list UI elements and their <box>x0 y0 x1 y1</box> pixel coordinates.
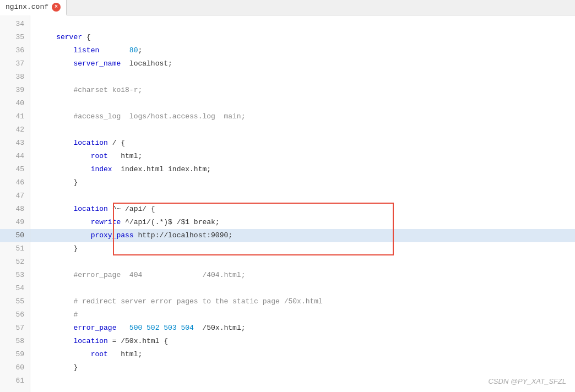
line-number: 54 <box>0 282 30 295</box>
tab-filename: nginx.conf <box>6 3 48 11</box>
code-line: listen 80; <box>30 44 575 57</box>
code-line: index index.html index.htm; <box>30 163 575 176</box>
line-number: 60 <box>0 361 30 374</box>
line-number: 48 <box>0 203 30 216</box>
line-number: 38 <box>0 70 30 84</box>
code-line: location ^~ /api/ { <box>30 203 575 216</box>
line-number: 40 <box>0 97 30 110</box>
code-line <box>30 123 575 137</box>
line-number: 49 <box>0 216 30 229</box>
line-number: 55 <box>0 295 30 308</box>
line-number: 43 <box>0 137 30 150</box>
code-line <box>30 282 575 295</box>
code-line <box>30 18 575 31</box>
code-line: } <box>30 361 575 374</box>
line-number: 59 <box>0 348 30 361</box>
line-numbers: 3435363738394041424344454647484950515253… <box>0 15 30 392</box>
line-number: 52 <box>0 255 30 269</box>
tab-close-button[interactable]: × <box>52 3 61 12</box>
code-line: root html; <box>30 150 575 163</box>
line-number: 50 <box>0 229 30 242</box>
code-line: # redirect server error pages to the sta… <box>30 295 575 308</box>
code-line <box>30 97 575 110</box>
code-line: rewrite ^/api/(.*)$ /$1 break; <box>30 216 575 229</box>
code-line <box>30 189 575 203</box>
tab-nginx-conf[interactable]: nginx.conf × <box>0 0 67 15</box>
line-number: 36 <box>0 44 30 57</box>
line-number: 58 <box>0 335 30 348</box>
line-number: 41 <box>0 110 30 123</box>
line-number: 57 <box>0 322 30 335</box>
code-line <box>30 255 575 269</box>
code-line: } <box>30 242 575 255</box>
line-number: 51 <box>0 242 30 255</box>
code-line: error_page 500 502 503 504 /50x.html; <box>30 322 575 335</box>
line-number: 42 <box>0 123 30 137</box>
line-number: 39 <box>0 84 30 97</box>
code-line: # <box>30 308 575 322</box>
line-number: 45 <box>0 163 30 176</box>
code-line: } <box>30 176 575 189</box>
line-number: 34 <box>0 18 30 31</box>
watermark: CSDN @PY_XAT_SFZL <box>488 377 566 385</box>
code-line: location = /50x.html { <box>30 335 575 348</box>
line-number: 35 <box>0 31 30 44</box>
line-number: 44 <box>0 150 30 163</box>
line-number: 61 <box>0 374 30 388</box>
code-line: #access_log logs/host.access.log main; <box>30 110 575 123</box>
code-line <box>30 70 575 84</box>
code-line: proxy_pass http://localhost:9090; <box>30 229 575 242</box>
code-line: server { <box>30 31 575 44</box>
code-area: 3435363738394041424344454647484950515253… <box>0 15 575 392</box>
code-line: root html; <box>30 348 575 361</box>
line-number: 37 <box>0 57 30 70</box>
code-line: #error_page 404 /404.html; <box>30 269 575 282</box>
code-line: #charset koi8-r; <box>30 84 575 97</box>
code-content[interactable]: server { listen 80; server_name localhos… <box>30 15 575 390</box>
code-line: server_name localhost; <box>30 57 575 70</box>
tab-bar: nginx.conf × <box>0 0 575 15</box>
line-number: 47 <box>0 189 30 203</box>
line-number: 46 <box>0 176 30 189</box>
code-wrapper: server { listen 80; server_name localhos… <box>30 15 575 392</box>
line-number: 56 <box>0 308 30 322</box>
line-number: 53 <box>0 269 30 282</box>
code-line: location / { <box>30 137 575 150</box>
